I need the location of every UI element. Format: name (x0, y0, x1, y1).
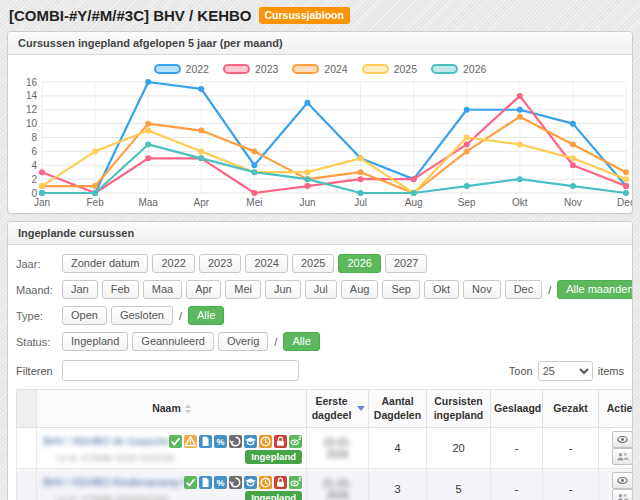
filter-row-status: Status:IngeplandGeannuleerdOverig/Alle (16, 332, 624, 351)
graduation-icon[interactable] (244, 435, 257, 448)
filter-maand-sep[interactable]: Sep (382, 280, 420, 299)
svg-text:Okt: Okt (512, 197, 528, 208)
document-icon[interactable] (199, 476, 212, 489)
course-code: i.s.m. COMBI-2026/02/192 (43, 493, 168, 500)
acties-cell (599, 469, 634, 500)
legend-item-2024[interactable]: 2024 (292, 63, 347, 75)
clock-icon[interactable] (259, 476, 272, 489)
filter-maand-jan[interactable]: Jan (62, 280, 98, 299)
svg-text:Nov: Nov (564, 197, 582, 208)
col-select (17, 390, 37, 428)
participants-button[interactable] (612, 489, 633, 500)
filter-maand-nov[interactable]: Nov (463, 280, 501, 299)
percent-icon[interactable]: % (214, 476, 227, 489)
chart-legend: 20222023202420252026 (16, 61, 624, 77)
filter-status-geannuleerd[interactable]: Geannuleerd (132, 332, 214, 351)
filter-jaar-2025[interactable]: 2025 (292, 254, 334, 273)
filter-group-label: Type: (16, 310, 62, 322)
legend-swatch (223, 64, 250, 74)
svg-text:16: 16 (26, 77, 38, 88)
filter-type-alle[interactable]: Alle (188, 306, 224, 325)
eerste-dagdeel-cell: 21-01-2026 (307, 469, 369, 500)
check-icon[interactable] (184, 476, 197, 489)
col-acties: Acties (599, 390, 634, 428)
filter-input[interactable] (62, 360, 299, 381)
legend-item-2026[interactable]: 2026 (431, 63, 486, 75)
course-icon-row: %2 (184, 476, 302, 489)
legend-item-2022[interactable]: 2022 (154, 63, 209, 75)
svg-text:Apr: Apr (193, 197, 209, 208)
recycle-icon[interactable] (229, 435, 242, 448)
filter-maand-mei[interactable]: Mei (225, 280, 261, 299)
view-button[interactable] (612, 472, 633, 489)
filter-jaar-2026[interactable]: 2026 (338, 254, 380, 273)
filter-maand-feb[interactable]: Feb (102, 280, 139, 299)
graduation-icon[interactable] (244, 476, 257, 489)
filter-type-gesloten[interactable]: Gesloten (111, 306, 173, 325)
gezakt-cell: - (543, 428, 599, 469)
participants-button[interactable] (612, 448, 633, 465)
col-aantal-dagdelen[interactable]: Aantal Dagdelen (369, 390, 427, 428)
filter-maand-aug[interactable]: Aug (341, 280, 379, 299)
chart-panel-title: Cursussen ingepland afgelopen 5 jaar (pe… (8, 32, 632, 55)
courses-panel-title: Ingeplande cursussen (8, 222, 632, 245)
filter-status-ingepland[interactable]: Ingepland (62, 332, 128, 351)
filter-type-open[interactable]: Open (62, 306, 107, 325)
filter-jaar-2022[interactable]: 2022 (152, 254, 194, 273)
filter-maand-okt[interactable]: Okt (424, 280, 459, 299)
svg-text:2: 2 (31, 174, 37, 185)
col-cursisten-ingepland[interactable]: Cursisten ingepland (427, 390, 491, 428)
items-label: items (598, 365, 624, 377)
col-gezakt[interactable]: Gezakt (543, 390, 599, 428)
filter-jaar-2024[interactable]: 2024 (245, 254, 287, 273)
filter-jaar-2023[interactable]: 2023 (199, 254, 241, 273)
filter-row-jaar: Jaar:Zonder datum20222023202420252026202… (16, 254, 624, 273)
items-per-page-select[interactable]: 25 (538, 361, 593, 381)
legend-item-2025[interactable]: 2025 (362, 63, 417, 75)
eerste-dagdeel-cell: 19-01-2026 (307, 428, 369, 469)
col-naam[interactable]: Naam (37, 390, 307, 428)
page-header: [COMBI-#Y/#M/#3C] BHV / KEHBO Cursussjab… (9, 7, 633, 24)
filter-maand-apr[interactable]: Apr (186, 280, 221, 299)
svg-text:14: 14 (26, 90, 38, 101)
course-link[interactable]: BHV / KEHBO Kinderopvang Plexat (43, 476, 184, 488)
percent-icon[interactable]: % (214, 435, 227, 448)
filter-maand-dec[interactable]: Dec (505, 280, 543, 299)
filter-label: Filteren (16, 365, 53, 377)
legend-item-2023[interactable]: 2023 (223, 63, 278, 75)
courses-table: Naam Eerste dagdeel Aantal Dagdelen Curs… (16, 389, 633, 500)
filter-groups: Jaar:Zonder datum20222023202420252026202… (16, 254, 624, 351)
lock-icon[interactable] (274, 435, 287, 448)
filter-maand-maa[interactable]: Maa (143, 280, 182, 299)
filter-group-label: Maand: (16, 284, 62, 296)
warning-icon[interactable] (184, 435, 197, 448)
aantal-dagdelen-cell: 4 (369, 428, 427, 469)
recycle-icon[interactable] (229, 476, 242, 489)
col-geslaagd[interactable]: Geslaagd (491, 390, 543, 428)
filter-status-alle[interactable]: Alle (283, 332, 319, 351)
legend-swatch (154, 64, 181, 74)
filter-jaar-zonder-datum[interactable]: Zonder datum (62, 254, 148, 273)
show-label: Toon (509, 365, 533, 377)
lock-icon[interactable] (274, 476, 287, 489)
filter-maand-alle[interactable]: Alle maanden (557, 280, 633, 299)
filter-maand-jul[interactable]: Jul (305, 280, 337, 299)
legend-label: 2022 (186, 63, 209, 75)
filter-row-type: Type:OpenGesloten/Alle (16, 306, 624, 325)
col-eerste-dagdeel[interactable]: Eerste dagdeel (307, 390, 369, 428)
cursisten-ingepland-cell: 20 (427, 428, 491, 469)
eye2-icon[interactable]: 2 (289, 435, 302, 448)
filter-maand-jun[interactable]: Jun (265, 280, 301, 299)
document-icon[interactable] (199, 435, 212, 448)
legend-swatch (362, 64, 389, 74)
svg-text:Dec: Dec (617, 197, 633, 208)
course-link[interactable]: BHV / KEHBO de Gaasche School (43, 435, 169, 447)
filter-status-overig[interactable]: Overig (218, 332, 268, 351)
cursisten-ingepland-cell: 5 (427, 469, 491, 500)
view-button[interactable] (612, 431, 633, 448)
clock-icon[interactable] (259, 435, 272, 448)
eye2-icon[interactable]: 2 (289, 476, 302, 489)
filter-jaar-2027[interactable]: 2027 (385, 254, 427, 273)
course-name-cell: BHV / KEHBO Kinderopvang Plexat%2i.s.m. … (37, 469, 307, 500)
check-icon[interactable] (169, 435, 182, 448)
